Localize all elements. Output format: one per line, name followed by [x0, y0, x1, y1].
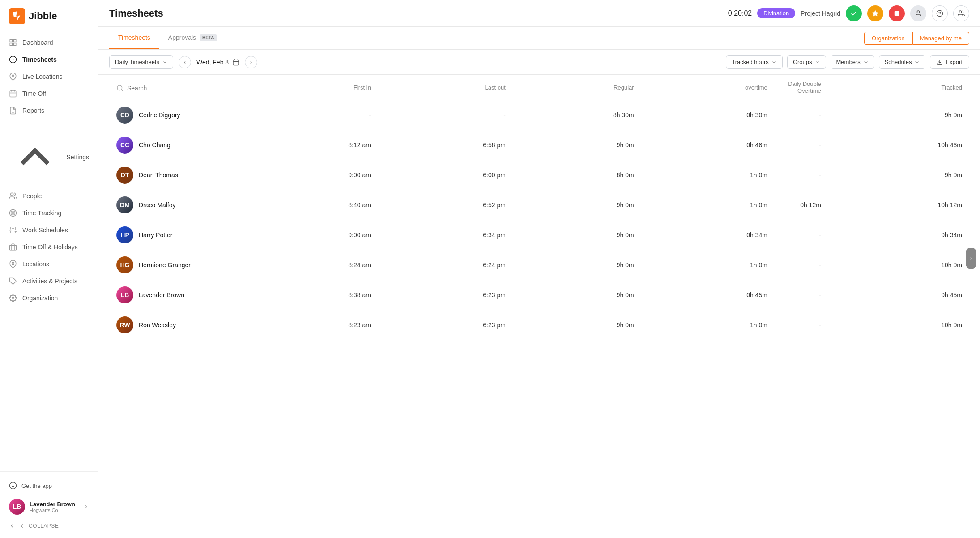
download-circle-icon — [9, 482, 17, 490]
star-icon — [872, 10, 879, 17]
avatar-initials: DM — [116, 196, 133, 213]
header: Timesheets 0:20:02 Divination Project Ha… — [98, 0, 980, 27]
user-btn[interactable] — [910, 5, 926, 21]
overtime-cell: 0h 45m — [641, 280, 775, 310]
svg-point-15 — [11, 211, 15, 215]
groups-filter[interactable]: Groups — [787, 55, 826, 69]
map-pin-icon — [9, 73, 17, 81]
get-app-btn[interactable]: Get the app — [9, 477, 89, 494]
tab-approvals[interactable]: Approvals BETA — [159, 27, 226, 49]
first-in-cell: 9:00 am — [243, 220, 378, 250]
tracked-cell: 9h 0m — [828, 100, 969, 130]
main-content: Timesheets 0:20:02 Divination Project Ha… — [98, 0, 980, 538]
sidebar-item-time-tracking[interactable]: Time Tracking — [0, 205, 98, 222]
table-row[interactable]: HP Harry Potter 9:00 am 6:34 pm 9h 0m 0h… — [109, 220, 969, 250]
schedules-filter[interactable]: Schedules — [879, 55, 926, 69]
member-name: Lavender Brown — [139, 291, 184, 299]
help-icon — [936, 10, 943, 17]
user-info: Lavender Brown Hogwarts Co — [30, 501, 78, 513]
schedules-chevron-icon — [914, 60, 920, 65]
sidebar-item-organization[interactable]: Organization — [0, 290, 98, 307]
collapse-btn[interactable]: COLLAPSE — [9, 519, 89, 533]
clock-in-btn[interactable] — [846, 5, 862, 21]
date-display: Wed, Feb 8 — [196, 59, 239, 66]
member-avatar: DM — [116, 196, 133, 213]
member-avatar: HP — [116, 226, 133, 243]
regular-cell: 9h 0m — [513, 280, 641, 310]
overtime-cell: 0h 34m — [641, 220, 775, 250]
export-btn[interactable]: Export — [930, 55, 969, 69]
header-right: 0:20:02 Divination Project Hagrid — [728, 5, 969, 21]
logo[interactable]: Jibble — [0, 0, 98, 30]
toggle-organization[interactable]: Organization — [864, 32, 912, 45]
sidebar-item-timesheets[interactable]: Timesheets — [0, 51, 98, 68]
table-row[interactable]: LB Lavender Brown 8:38 am 6:23 pm 9h 0m … — [109, 280, 969, 310]
locations-label: Locations — [22, 260, 49, 268]
settings-label: Settings — [66, 154, 89, 161]
admin-btn[interactable] — [953, 5, 969, 21]
table-row[interactable]: RW Ron Weasley 8:23 am 6:23 pm 9h 0m 1h … — [109, 310, 969, 340]
view-selector-dropdown[interactable]: Daily Timesheets — [109, 55, 173, 69]
sidebar-item-work-schedules[interactable]: Work Schedules — [0, 222, 98, 239]
tab-timesheets[interactable]: Timesheets — [109, 27, 159, 49]
last-out-cell: 6:24 pm — [378, 250, 513, 280]
scroll-indicator[interactable]: › — [966, 248, 976, 269]
member-cell: DT Dean Thomas — [116, 167, 236, 184]
members-chevron-icon — [863, 60, 869, 65]
dashboard-label: Dashboard — [22, 39, 53, 46]
avatar-initials: HP — [116, 226, 133, 243]
calendar-date-icon[interactable] — [232, 59, 239, 66]
col-daily-double-overtime: Daily DoubleOvertime — [775, 75, 828, 100]
table-container: First in Last out Regular overtime Daily… — [98, 75, 980, 340]
svg-rect-38 — [233, 60, 239, 65]
overtime-cell: 1h 0m — [641, 160, 775, 190]
search-input[interactable] — [127, 85, 236, 92]
sidebar-item-reports[interactable]: Reports — [0, 102, 98, 119]
tracked-hours-filter[interactable]: Tracked hours — [726, 55, 783, 69]
table-row[interactable]: CC Cho Chang 8:12 am 6:58 pm 9h 0m 0h 46… — [109, 130, 969, 160]
sidebar-item-live-locations[interactable]: Live Locations — [0, 68, 98, 85]
table-row[interactable]: CD Cedric Diggory - - 8h 30m 0h 30m - 9h… — [109, 100, 969, 130]
member-name: Cedric Diggory — [139, 111, 180, 119]
sidebar-item-time-off[interactable]: Time Off — [0, 85, 98, 102]
sidebar-item-people[interactable]: People — [0, 188, 98, 205]
get-app-label: Get the app — [21, 482, 52, 489]
user-profile[interactable]: LB Lavender Brown Hogwarts Co — [9, 494, 89, 519]
avatar-initials: HG — [116, 256, 133, 273]
export-icon — [937, 59, 943, 65]
sidebar-item-activities-projects[interactable]: Activities & Projects — [0, 273, 98, 290]
table-header-row: First in Last out Regular overtime Daily… — [109, 75, 969, 100]
svg-rect-3 — [10, 43, 12, 46]
table-row[interactable]: DT Dean Thomas 9:00 am 6:00 pm 8h 0m 1h … — [109, 160, 969, 190]
tabs-bar: Timesheets Approvals BETA Organization M… — [98, 27, 980, 50]
help-btn[interactable] — [932, 5, 948, 21]
table-row[interactable]: HG Hermione Granger 8:24 am 6:24 pm 9h 0… — [109, 250, 969, 280]
sidebar-item-dashboard[interactable]: Dashboard — [0, 34, 98, 51]
members-label: Members — [836, 59, 861, 65]
settings-section[interactable]: Settings — [0, 127, 98, 188]
view-toggle: Organization Managed by me — [864, 32, 969, 45]
chevron-left2-icon — [19, 523, 25, 529]
sidebar-item-locations[interactable]: Locations — [0, 256, 98, 273]
last-out-cell: 6:52 pm — [378, 190, 513, 220]
regular-cell: 9h 0m — [513, 250, 641, 280]
first-in-cell: 8:40 am — [243, 190, 378, 220]
active-project-badge[interactable]: Divination — [757, 8, 795, 18]
sidebar-item-time-off-holidays[interactable]: Time Off & Holidays — [0, 239, 98, 256]
live-locations-label: Live Locations — [22, 73, 63, 80]
tracked-cell: 10h 0m — [828, 310, 969, 340]
table-row[interactable]: DM Draco Malfoy 8:40 am 6:52 pm 9h 0m 1h… — [109, 190, 969, 220]
prev-date-btn[interactable]: ‹ — [179, 56, 191, 68]
first-in-cell: 8:38 am — [243, 280, 378, 310]
first-in-cell: 9:00 am — [243, 160, 378, 190]
col-overtime: overtime — [641, 75, 775, 100]
collapse-label: COLLAPSE — [29, 523, 59, 529]
stop-btn[interactable] — [889, 5, 905, 21]
toggle-managed-by-me[interactable]: Managed by me — [912, 32, 969, 45]
daily-double-overtime-cell: - — [775, 160, 828, 190]
next-date-btn[interactable]: › — [245, 56, 257, 68]
members-filter[interactable]: Members — [831, 55, 874, 69]
star-btn[interactable] — [867, 5, 883, 21]
target-icon — [9, 209, 17, 217]
stop-icon — [894, 10, 900, 17]
